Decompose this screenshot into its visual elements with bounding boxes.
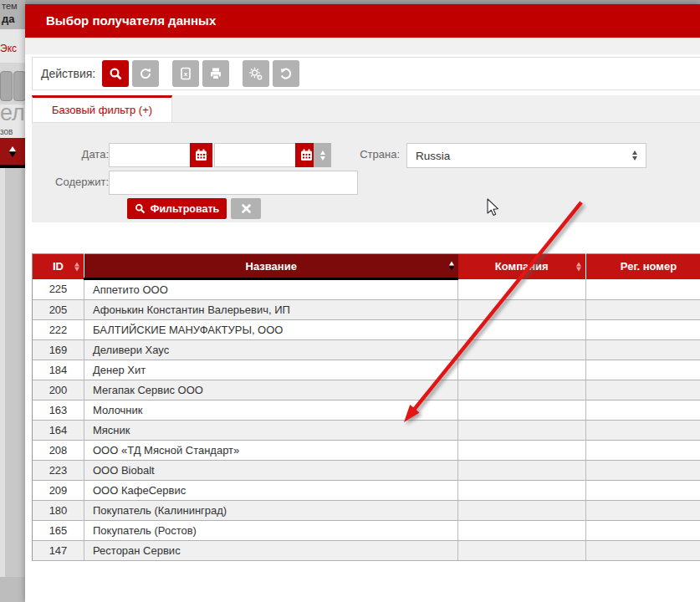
cell-name: Денер Хит: [84, 360, 458, 380]
contains-input[interactable]: [109, 171, 358, 195]
table-row[interactable]: 222БАЛТИЙСКИЕ МАНУФАКТУРЫ, ООО: [33, 320, 700, 340]
bg-button-fragment: [13, 71, 25, 101]
cell-company: [458, 501, 586, 521]
header-sub-strip: [25, 38, 700, 54]
cell-name: ООО КафеСервис: [84, 481, 458, 501]
cell-regnum: [586, 481, 700, 501]
bg-sorted-column-fragment: [0, 138, 25, 168]
date-from-input[interactable]: [109, 143, 190, 167]
column-header-id[interactable]: ID: [33, 254, 84, 279]
cell-regnum: [586, 541, 700, 561]
date-to-group: [214, 143, 318, 167]
cell-company: [458, 421, 586, 441]
cell-id: 225: [33, 279, 84, 300]
dialog-title: Выбор получателя данных: [25, 4, 700, 38]
cell-company: [458, 541, 586, 561]
refresh-button[interactable]: [132, 60, 159, 87]
cell-regnum: [586, 521, 700, 541]
table-body: 225Аппетито ООО205Афонькин Константин Ва…: [33, 279, 700, 561]
country-select[interactable]: Russia: [406, 143, 646, 168]
cell-name: Покупатель (Ростов): [84, 521, 458, 541]
apply-filter-label: Фильтровать: [151, 203, 220, 215]
tab-label: Базовый фильтр (+): [52, 104, 152, 116]
column-header-name[interactable]: Название: [84, 254, 458, 279]
table-row[interactable]: 200Мегапак Сервис ООО: [33, 380, 700, 400]
excel-file-icon: x: [179, 67, 192, 80]
search-button[interactable]: [102, 60, 129, 87]
tab-basic-filter[interactable]: Базовый фильтр (+): [32, 95, 172, 122]
cell-name: Ресторан Сервис: [84, 541, 458, 561]
contains-label: Содержит:: [40, 176, 109, 188]
history-button[interactable]: [273, 60, 299, 87]
table-row[interactable]: 165Покупатель (Ростов): [33, 521, 700, 541]
cell-regnum: [586, 461, 700, 481]
cell-name: Мегапак Сервис ООО: [84, 380, 458, 400]
tab-strip-background: [171, 95, 700, 122]
up-arrow-icon: [320, 150, 325, 155]
bg-heading-fragment: ел: [0, 100, 25, 126]
magnifier-icon: [109, 67, 123, 81]
cell-id: 222: [33, 320, 84, 340]
results-grid: ID Название Компания: [32, 253, 700, 561]
select-caret-icon: [632, 150, 637, 161]
bg-text-fragment: да: [2, 13, 14, 25]
table-row[interactable]: 223ООО Biobalt: [33, 461, 700, 481]
cell-regnum: [586, 360, 700, 380]
sort-icon: [576, 262, 581, 271]
sort-asc-active-icon: [449, 262, 454, 271]
table-row[interactable]: 147Ресторан Сервис: [33, 541, 700, 561]
table-row[interactable]: 169Деливери Хаус: [33, 340, 700, 360]
bg-column: [5, 168, 25, 577]
table-row[interactable]: 225Аппетито ООО: [33, 279, 700, 300]
history-icon: [279, 67, 293, 80]
cell-id: 163: [33, 400, 84, 421]
cell-regnum: [586, 400, 700, 421]
clear-filter-button[interactable]: [231, 198, 261, 219]
actions-toolbar: Действия: x: [32, 57, 700, 90]
cell-id: 180: [33, 501, 84, 521]
bg-text-fragment: зов: [0, 127, 13, 136]
cell-company: [458, 340, 586, 360]
calendar-icon: [300, 149, 313, 161]
cell-regnum: [586, 421, 700, 441]
date-from-calendar-button[interactable]: [190, 143, 212, 167]
date-to-input[interactable]: [214, 143, 295, 167]
close-icon: [242, 204, 251, 213]
column-label: ID: [53, 260, 64, 273]
cell-regnum: [586, 300, 700, 320]
cell-name: Мясник: [84, 421, 458, 441]
cell-name: ООО «ТД Мясной Стандарт»: [84, 441, 458, 461]
column-header-company[interactable]: Компания: [458, 254, 586, 279]
country-selected-value: Russia: [416, 150, 450, 162]
cell-company: [458, 521, 586, 541]
table-row[interactable]: 164Мясник: [33, 421, 700, 441]
cell-name: Молочник: [84, 400, 458, 421]
cell-regnum: [586, 380, 700, 400]
date-from-group: [109, 143, 212, 167]
gears-icon: [249, 67, 263, 81]
table-row[interactable]: 180Покупатель (Калининград): [33, 501, 700, 521]
cell-name: Афонькин Константин Валерьевич, ИП: [84, 300, 458, 320]
cell-company: [458, 279, 586, 300]
print-button[interactable]: [202, 60, 229, 87]
bg-link-fragment: Экс: [0, 43, 17, 54]
svg-text:x: x: [184, 70, 188, 78]
date-mode-toggle-button[interactable]: [314, 143, 331, 167]
actions-label: Действия:: [41, 67, 95, 80]
table-row[interactable]: 209ООО КафеСервис: [33, 481, 700, 501]
column-header-regnum[interactable]: Рег. номер: [586, 254, 700, 279]
table-row[interactable]: 205Афонькин Константин Валерьевич, ИП: [33, 300, 700, 320]
table-row[interactable]: 184Денер Хит: [33, 360, 700, 380]
date-range-separator: -: [205, 147, 208, 160]
bg-text-fragment: тем: [2, 1, 18, 11]
bg-footer: [0, 577, 25, 602]
cell-name: БАЛТИЙСКИЕ МАНУФАКТУРЫ, ООО: [84, 320, 458, 340]
table-row[interactable]: 208ООО «ТД Мясной Стандарт»: [33, 441, 700, 461]
cell-company: [458, 441, 586, 461]
table-row[interactable]: 163Молочник: [33, 400, 700, 421]
table-header-row: ID Название Компания: [33, 254, 700, 279]
export-excel-button[interactable]: x: [172, 60, 199, 87]
settings-button[interactable]: [243, 60, 269, 87]
apply-filter-button[interactable]: Фильтровать: [127, 198, 227, 219]
printer-icon: [209, 67, 222, 80]
